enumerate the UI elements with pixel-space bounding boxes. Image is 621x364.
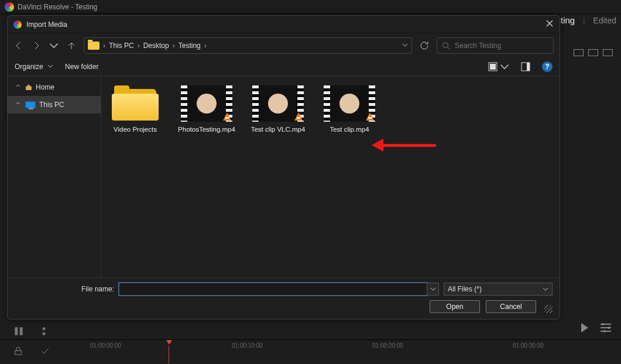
address-bar[interactable]: › This PC › Desktop › Testing › [84, 37, 412, 54]
svg-point-2 [602, 323, 604, 325]
svg-rect-10 [527, 63, 530, 71]
item-label: Test clip.mp4 [330, 125, 369, 133]
timecode: 01:00:30:00 [513, 342, 544, 349]
filename-history-button[interactable] [427, 283, 439, 296]
tool-icon [13, 325, 25, 337]
recent-button[interactable] [49, 40, 59, 51]
preview-pane-button[interactable] [521, 62, 530, 71]
timecode: 01:00:10:00 [232, 342, 263, 349]
cancel-button[interactable]: Cancel [486, 300, 536, 313]
filename-input[interactable] [119, 283, 427, 296]
playhead[interactable] [166, 340, 172, 363]
folder-tree: Home This PC [8, 76, 101, 277]
refresh-button[interactable] [419, 40, 430, 51]
app-logo-icon [5, 2, 14, 12]
folder-icon [88, 42, 100, 50]
tree-label: Home [36, 83, 54, 91]
monitor-icon [25, 101, 36, 108]
svg-point-4 [603, 330, 606, 332]
item-label: Video Projects [114, 125, 157, 133]
home-icon [25, 84, 32, 91]
folder-item[interactable]: Video Projects [107, 85, 163, 133]
svg-rect-5 [15, 351, 22, 355]
svg-point-3 [608, 327, 610, 329]
file-list[interactable]: Video Projects PhotosTesting.mp4 Test cl… [101, 76, 560, 277]
breadcrumb[interactable]: This PC [109, 42, 134, 50]
video-item[interactable]: PhotosTesting.mp4 [179, 85, 235, 133]
scissors-icon [41, 325, 53, 337]
breadcrumb-sep: › [138, 42, 140, 50]
lock-icon[interactable] [13, 346, 23, 356]
video-item[interactable]: Test clip VLC.mp4 [250, 85, 306, 133]
filename-label: File name: [15, 285, 114, 293]
app-titlebar: DaVinci Resolve - Testing [0, 0, 621, 14]
svg-rect-8 [490, 64, 496, 70]
close-button[interactable] [545, 19, 554, 29]
tree-home[interactable]: Home [8, 78, 101, 96]
back-button[interactable] [13, 40, 24, 51]
auto-select-icon[interactable] [40, 346, 50, 356]
view-mode-button[interactable] [488, 62, 509, 71]
video-thumb-icon [181, 85, 232, 122]
breadcrumb-sep: › [204, 42, 207, 50]
bg-status: Edited [593, 16, 616, 25]
timeline: 01:00:00:00 01:00:10:00 01:00:20:00 01:0… [0, 339, 621, 364]
bg-toolbar [13, 325, 53, 337]
svg-point-6 [443, 43, 448, 48]
svg-point-1 [43, 332, 46, 335]
forward-button[interactable] [31, 40, 42, 51]
item-label: Test clip VLC.mp4 [251, 125, 306, 133]
video-thumb-icon [324, 85, 375, 122]
organize-menu[interactable]: Organize [15, 63, 53, 71]
bg-header-right: sting | Edited [556, 15, 616, 25]
dialog-logo-icon [13, 20, 22, 29]
item-label: PhotosTesting.mp4 [178, 125, 235, 133]
play-around-icon[interactable] [578, 321, 592, 335]
open-button[interactable]: Open [430, 300, 480, 313]
app-title: DaVinci Resolve - Testing [18, 3, 97, 11]
search-input[interactable] [455, 42, 548, 50]
resize-grip-icon[interactable] [544, 305, 553, 313]
annotation-arrow [372, 139, 436, 152]
breadcrumb[interactable]: Testing [179, 42, 201, 50]
settings-sliders-icon[interactable] [599, 321, 613, 335]
breadcrumb-sep: › [103, 42, 105, 50]
breadcrumb[interactable]: Desktop [143, 42, 169, 50]
breadcrumb-sep: › [173, 42, 175, 50]
up-button[interactable] [66, 40, 77, 51]
tree-thispc[interactable]: This PC [8, 96, 101, 114]
filter-label: All Files (*) [448, 285, 482, 293]
filetype-filter[interactable]: All Files (*) [444, 283, 553, 296]
help-button[interactable]: ? [542, 61, 553, 72]
address-expand[interactable] [402, 42, 408, 50]
timecode: 01:00:00:00 [90, 342, 121, 349]
dialog-title: Import Media [26, 20, 67, 29]
tree-label: This PC [39, 101, 64, 109]
timecode: 01:00:20:00 [372, 342, 403, 349]
search-icon [442, 42, 450, 50]
bg-view-icons [574, 49, 613, 56]
folder-icon [112, 85, 159, 122]
search-box[interactable] [437, 37, 554, 54]
video-thumb-icon [252, 85, 304, 122]
video-item[interactable]: Test clip.mp4 [321, 85, 378, 133]
import-media-dialog: Import Media › This PC › Desktop › Testi… [7, 15, 560, 320]
new-folder-button[interactable]: New folder [65, 63, 98, 71]
svg-point-0 [43, 327, 46, 330]
